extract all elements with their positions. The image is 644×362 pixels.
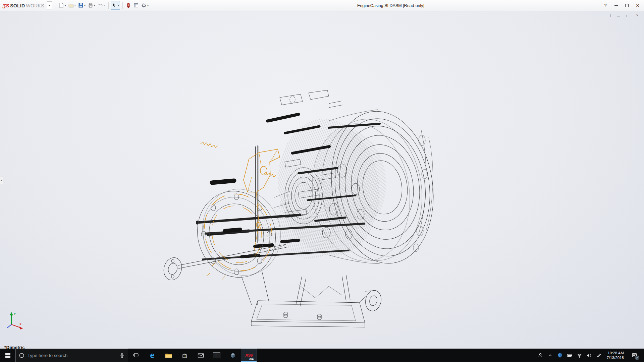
notification-badge: 2 — [635, 356, 639, 360]
speaker-icon — [586, 353, 592, 358]
close-button[interactable]: × — [633, 1, 643, 10]
command-prompt-button[interactable]: ›_ — [209, 349, 225, 362]
undo-dropdown[interactable]: ▾ — [104, 4, 105, 7]
taskbar-search[interactable] — [15, 349, 128, 362]
hidden-icons-button[interactable] — [545, 349, 555, 362]
wifi-icon — [577, 353, 582, 358]
document-minimize-button[interactable] — [616, 13, 621, 18]
save-dropdown[interactable]: ▾ — [84, 4, 86, 7]
base-plate — [251, 301, 365, 327]
start-button[interactable] — [0, 349, 15, 362]
window-controls: ? × — [600, 0, 643, 11]
document-menu-button[interactable] — [606, 13, 612, 18]
select-arrow-icon — [112, 3, 117, 8]
view-orientation-label: *Dimetric — [4, 345, 25, 349]
command-prompt-icon: ›_ — [213, 352, 220, 358]
new-document-dropdown[interactable]: ▾ — [65, 4, 66, 7]
restore-icon — [627, 15, 629, 17]
top-fittings — [280, 90, 343, 108]
close-icon: × — [636, 3, 639, 8]
print-dropdown[interactable]: ▾ — [94, 4, 95, 7]
taskbar-spacer — [257, 349, 536, 362]
minimize-button[interactable] — [611, 1, 621, 10]
open-button[interactable]: ▾ — [67, 1, 77, 10]
save-icon — [78, 3, 84, 8]
taskbar-clock[interactable]: 10:28 AM 7/13/2018 — [604, 349, 627, 362]
menu-expand-button[interactable]: ▸ — [47, 1, 52, 9]
document-restore-button[interactable] — [625, 13, 631, 18]
file-explorer-button[interactable] — [160, 349, 176, 362]
edge-icon: e — [150, 351, 154, 360]
document-window-controls: × — [606, 13, 640, 18]
feature-panel-collapse-handle[interactable] — [0, 177, 3, 184]
store-bag-icon — [182, 353, 187, 358]
edge-browser-button[interactable]: e — [144, 349, 160, 362]
new-document-button[interactable]: ▾ — [58, 1, 67, 10]
document-title: EngineCasing.SLDASM [Read-only] — [357, 0, 424, 11]
print-icon — [88, 3, 93, 8]
search-input[interactable] — [28, 353, 116, 358]
close-icon: × — [636, 13, 638, 18]
file-explorer-icon — [165, 353, 172, 358]
cad-viewer-button[interactable] — [225, 349, 241, 362]
store-button[interactable] — [176, 349, 193, 362]
save-button[interactable]: ▾ — [77, 1, 87, 10]
open-dropdown[interactable]: ▾ — [74, 4, 76, 7]
mail-envelope-icon — [198, 353, 204, 358]
document-icon — [608, 14, 610, 17]
properties-sheet-icon — [133, 3, 139, 8]
solidworks-brand: ƷS SOLIDWORKS — [3, 3, 47, 8]
rebuild-stoplight-icon — [126, 3, 131, 8]
solidworks-titlebar: ƷS SOLIDWORKS ▸ ▾ ▾ — [0, 0, 644, 11]
x-axis-arrow-icon — [19, 326, 23, 329]
task-view-button[interactable] — [128, 349, 144, 362]
options-dropdown[interactable]: ▾ — [147, 4, 149, 7]
rebuild-button[interactable] — [125, 1, 132, 10]
dassault-logo-icon: ƷS — [3, 3, 9, 8]
show-desktop-button[interactable] — [642, 349, 644, 362]
people-button[interactable] — [536, 349, 545, 362]
clock-time: 10:28 AM — [607, 351, 624, 355]
x-axis-label: X — [19, 322, 21, 326]
volume-button[interactable] — [584, 349, 594, 362]
undo-icon — [98, 3, 103, 8]
brand-works-text: WORKS — [26, 3, 44, 8]
windows-taskbar: e ›_ — [0, 349, 644, 362]
cortana-icon — [19, 353, 24, 358]
maximize-icon — [625, 4, 629, 7]
minimize-icon — [614, 5, 618, 6]
people-icon — [538, 353, 543, 358]
toolbar-separator — [108, 2, 109, 9]
brand-solid-text: SOLID — [10, 3, 25, 8]
options-button[interactable]: ▾ — [140, 1, 150, 10]
help-button[interactable]: ? — [600, 1, 610, 10]
toolbar-separator — [122, 2, 123, 9]
orientation-triad: Y X — [5, 310, 26, 333]
print-button[interactable]: ▾ — [87, 1, 96, 10]
options-gear-icon — [141, 3, 147, 8]
mail-button[interactable] — [193, 349, 209, 362]
solidworks-app-button[interactable]: SW 2017 — [241, 349, 257, 362]
select-tool-button[interactable]: ▾ — [111, 1, 120, 10]
windows-logo-icon — [5, 353, 11, 358]
select-tool-dropdown[interactable]: ▾ — [118, 4, 119, 7]
security-button[interactable] — [555, 349, 565, 362]
minimize-icon — [617, 16, 620, 17]
battery-button[interactable] — [565, 349, 575, 362]
microphone-icon[interactable] — [119, 353, 125, 358]
graphics-viewport[interactable]: × — [0, 11, 644, 349]
properties-button[interactable] — [132, 1, 140, 10]
screen: ƷS SOLIDWORKS ▸ ▾ ▾ — [0, 0, 644, 362]
pen-icon — [596, 353, 601, 358]
action-center-button[interactable]: 2 — [627, 349, 642, 362]
maximize-button[interactable] — [622, 1, 632, 10]
defender-shield-icon — [557, 353, 562, 358]
flyout-right-icon: ▸ — [49, 4, 51, 7]
document-close-button[interactable]: × — [635, 13, 640, 18]
cad-model-wireframe[interactable] — [141, 90, 443, 349]
cad-cube-icon — [230, 353, 236, 358]
undo-button[interactable]: ▾ — [97, 1, 106, 10]
network-button[interactable] — [575, 349, 584, 362]
solidworks-icon: SW 2017 — [244, 351, 254, 360]
windows-ink-button[interactable] — [594, 349, 604, 362]
